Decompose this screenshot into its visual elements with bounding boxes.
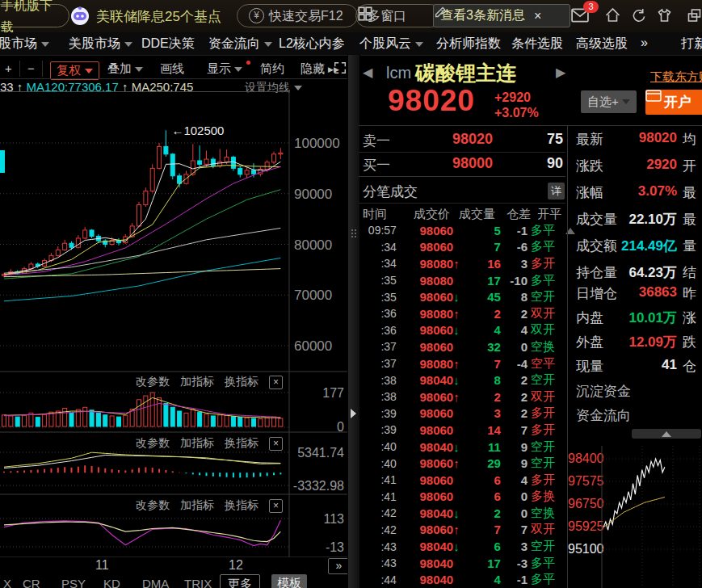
mini-intraday-chart[interactable] (0, 0, 702, 588)
app-window: 手机版下载 美联储降息25个基点 ¥ 快速交易F12 多窗口 查看3条新消息 ×… (0, 0, 702, 588)
quote-pane: ◀ lcm 碳酸锂主连 ▶ 98020 +2920 +3.07% 下载东方财富 … (0, 0, 702, 588)
